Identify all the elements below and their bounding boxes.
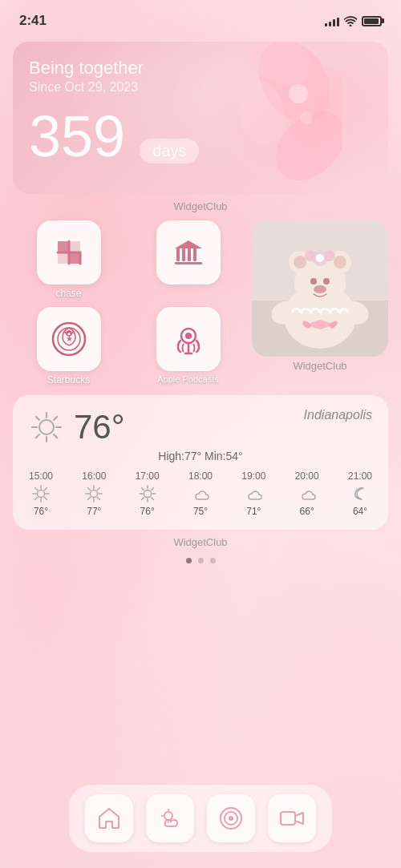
hour-temp-label: 75° [193, 506, 208, 517]
status-icons [325, 15, 382, 26]
podcasts-logo-icon [169, 320, 208, 358]
chase-logo-icon [51, 235, 87, 270]
cloud-sun-icon [157, 805, 183, 831]
svg-point-80 [164, 812, 172, 820]
status-time: 2:41 [19, 13, 47, 29]
svg-line-51 [54, 417, 57, 420]
svg-rect-8 [58, 241, 68, 252]
svg-point-86 [229, 816, 233, 821]
page-dot-2 [198, 558, 204, 563]
svg-line-69 [98, 488, 100, 491]
svg-marker-17 [175, 240, 202, 248]
cloud-weather-icon [245, 485, 262, 503]
weather-hour-item: 17:00 76° [136, 470, 160, 517]
hour-time-label: 19:00 [241, 470, 265, 482]
svg-rect-87 [281, 812, 295, 825]
svg-point-40 [316, 254, 324, 262]
video-camera-icon [279, 805, 305, 831]
wifi-icon [344, 16, 357, 26]
photo-widgetclub-label: WidgetClub [293, 360, 346, 372]
dock-video-icon[interactable] [268, 794, 316, 842]
weather-widgetclub-label: WidgetClub [0, 536, 401, 548]
svg-line-49 [36, 417, 39, 420]
weather-hour-item: 15:00 76° [29, 470, 53, 517]
starbucks-app-wrapper[interactable]: ★ Starbucks [13, 307, 124, 386]
svg-text:★: ★ [65, 334, 72, 343]
svg-rect-15 [193, 248, 196, 261]
dock-home-icon[interactable] [85, 794, 133, 842]
bank-app-wrapper[interactable] [132, 220, 244, 299]
starbucks-logo-icon: ★ [50, 320, 88, 358]
relationship-widgetclub-label: WidgetClub [0, 200, 401, 212]
weather-hour-item: 21:00 64° [348, 470, 372, 517]
svg-point-34 [294, 256, 306, 268]
app-grid: chase [13, 220, 244, 386]
cloud-weather-icon [298, 485, 316, 503]
svg-line-60 [45, 488, 47, 491]
hour-temp-label: 77° [87, 506, 101, 517]
bank-icon [168, 232, 209, 273]
podcasts-app-label: Apple Podcasts [157, 374, 218, 384]
hour-time-label: 17:00 [136, 470, 160, 482]
svg-line-61 [35, 498, 38, 500]
app-grid-section: chase [0, 217, 401, 389]
svg-point-35 [334, 256, 346, 268]
relationship-days: days [140, 139, 199, 164]
svg-point-38 [314, 285, 326, 293]
weather-hour-item: 18:00 75° [188, 470, 213, 517]
podcasts-app-icon[interactable] [156, 307, 221, 371]
hour-time-label: 21:00 [348, 470, 372, 482]
svg-point-71 [144, 491, 151, 498]
svg-point-23 [185, 333, 192, 339]
weather-city: Indianapolis [304, 408, 372, 422]
weather-sun-icon [29, 410, 64, 445]
hour-time-label: 20:00 [295, 470, 319, 482]
chase-app-wrapper[interactable]: chase [13, 220, 124, 299]
svg-point-44 [39, 420, 54, 434]
svg-point-53 [38, 491, 45, 498]
battery-icon [362, 16, 382, 26]
photo-widget [252, 220, 388, 357]
svg-point-62 [91, 491, 98, 498]
signal-icon [325, 15, 339, 26]
chase-app-icon[interactable] [37, 220, 101, 285]
hour-temp-label: 76° [140, 506, 155, 517]
svg-line-70 [88, 498, 91, 500]
svg-line-78 [151, 488, 153, 491]
sun-weather-icon [139, 485, 156, 503]
relationship-subtitle: Since Oct 29, 2023 [29, 80, 372, 95]
starbucks-app-icon[interactable]: ★ [37, 307, 101, 371]
svg-point-36 [310, 278, 317, 285]
page-dot-1 [186, 558, 192, 563]
bank-app-icon[interactable] [156, 220, 221, 285]
svg-point-42 [324, 250, 335, 261]
weather-hourly: 15:00 76°16:00 [29, 470, 372, 517]
page-dot-3 [210, 558, 216, 563]
podcasts-app-wrapper[interactable]: Apple Podcasts [132, 307, 244, 386]
svg-point-41 [305, 250, 316, 261]
hour-time-label: 16:00 [82, 470, 106, 482]
svg-rect-12 [176, 248, 180, 261]
hour-temp-label: 76° [34, 506, 48, 517]
photo-widget-wrapper: WidgetClub [252, 220, 388, 386]
svg-line-59 [45, 498, 47, 500]
home-icon [96, 805, 122, 831]
svg-line-52 [36, 434, 39, 438]
cloud-weather-icon [192, 485, 209, 503]
dock-target-icon[interactable] [207, 794, 255, 842]
svg-line-77 [151, 498, 153, 500]
hour-time-label: 18:00 [188, 470, 213, 482]
hour-temp-label: 64° [353, 506, 367, 517]
status-bar: 2:41 [0, 0, 401, 35]
target-icon [218, 805, 244, 831]
weather-hour-item: 16:00 77° [82, 470, 106, 517]
hour-temp-label: 71° [246, 506, 261, 517]
dock-weather-icon[interactable] [146, 794, 194, 842]
svg-rect-9 [70, 253, 80, 264]
svg-line-76 [141, 488, 144, 491]
chase-app-label: chase [55, 288, 81, 299]
svg-line-68 [98, 498, 100, 500]
svg-point-43 [315, 320, 325, 329]
weather-hour-item: 20:00 66° [295, 470, 319, 517]
dock [69, 785, 332, 852]
